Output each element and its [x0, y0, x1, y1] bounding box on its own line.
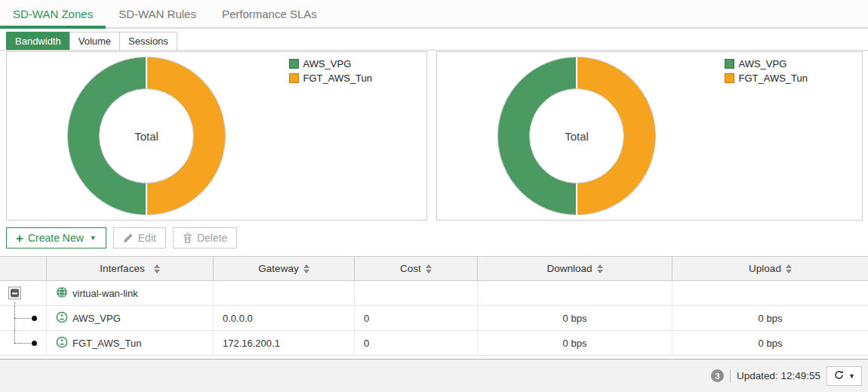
tab-label: SD-WAN Zones — [13, 8, 93, 20]
subtab-volume[interactable]: Volume — [69, 32, 120, 50]
legend-item[interactable]: AWS_VPG — [725, 58, 808, 69]
tab-label: SD-WAN Rules — [119, 8, 196, 20]
bandwidth-chart-panel-left: Total AWS_VPG FGT_AWS_Tun — [6, 51, 427, 221]
table-row-virtual-wan-link[interactable]: virtual-wan-link — [0, 281, 868, 306]
interface-icon — [56, 336, 68, 350]
interface-name: FGT_AWS_Tun — [72, 338, 142, 349]
interface-cell: FGT_AWS_Tun — [47, 331, 214, 355]
interface-icon — [56, 311, 68, 326]
subtab-label: Volume — [78, 35, 111, 47]
collapse-toggle-icon[interactable] — [8, 287, 21, 300]
legend-item[interactable]: FGT_AWS_Tun — [725, 73, 808, 84]
gateway-cell: 0.0.0.0 — [214, 306, 355, 330]
legend-label: AWS_VPG — [738, 58, 786, 69]
download-cell: 0 bps — [478, 306, 673, 330]
status-bar: 3 Updated: 12:49:55 ▼ — [0, 359, 868, 392]
donut-center: Total — [529, 88, 624, 184]
donut-chart: Total — [67, 57, 226, 215]
legend-swatch-green — [725, 59, 734, 69]
tab-sdwan-rules[interactable]: SD-WAN Rules — [106, 0, 209, 27]
tree-line — [14, 331, 15, 343]
donut-center-label: Total — [134, 130, 159, 143]
sort-icon — [786, 264, 792, 273]
legend-swatch-green — [289, 59, 299, 69]
interface-cell: AWS_VPG — [47, 306, 214, 330]
column-label: Upload — [749, 263, 781, 274]
interface-name: virtual-wan-link — [72, 288, 138, 299]
sort-icon — [426, 264, 432, 273]
upload-cell — [673, 281, 868, 305]
refresh-button[interactable]: ▼ — [826, 366, 862, 386]
legend-label: FGT_AWS_Tun — [303, 73, 372, 84]
create-new-button[interactable]: + Create New ▼ — [6, 227, 106, 248]
plus-icon: + — [16, 232, 23, 245]
download-cell: 0 bps — [478, 331, 673, 355]
column-label: Gateway — [258, 263, 298, 274]
column-label: Interfaces — [100, 263, 144, 274]
donut-center: Total — [99, 88, 194, 184]
tab-performance-slas[interactable]: Performance SLAs — [209, 0, 330, 27]
expand-cell — [0, 281, 47, 305]
chevron-down-icon: ▼ — [848, 372, 855, 380]
trash-icon — [183, 233, 192, 243]
edit-label: Edit — [138, 232, 156, 244]
sort-icon — [597, 264, 603, 273]
legend-label: AWS_VPG — [303, 58, 351, 69]
tree-node-dot — [32, 316, 37, 321]
sort-icon — [154, 264, 160, 273]
table-row-fgt-aws-tun[interactable]: FGT_AWS_Tun 172.16.200.1 0 0 bps 0 bps — [0, 331, 868, 356]
subtab-label: Bandwidth — [15, 35, 61, 47]
donut-chart: Total — [497, 57, 656, 215]
create-new-label: Create New — [28, 232, 84, 244]
upload-cell: 0 bps — [673, 331, 868, 355]
column-header-upload[interactable]: Upload — [673, 257, 868, 280]
column-header-cost[interactable]: Cost — [355, 257, 478, 280]
updated-timestamp: Updated: 12:49:55 — [737, 370, 820, 381]
subtab-label: Sessions — [128, 35, 168, 47]
upload-cell: 0 bps — [673, 306, 868, 330]
tab-sdwan-zones[interactable]: SD-WAN Zones — [0, 0, 106, 27]
globe-icon — [56, 286, 68, 301]
column-label: Cost — [400, 263, 421, 274]
gateway-cell: 172.16.200.1 — [214, 331, 355, 355]
interface-name: AWS_VPG — [72, 313, 121, 324]
chart-mode-tabs: Bandwidth Volume Sessions — [0, 32, 868, 51]
legend-swatch-orange — [725, 73, 734, 83]
column-header-interfaces[interactable]: Interfaces — [47, 257, 214, 280]
refresh-icon — [833, 369, 845, 383]
tab-label: Performance SLAs — [222, 8, 317, 20]
column-header-download[interactable]: Download — [478, 257, 673, 280]
top-tab-bar: SD-WAN Zones SD-WAN Rules Performance SL… — [0, 0, 868, 29]
chart-legend: AWS_VPG FGT_AWS_Tun — [289, 58, 372, 84]
column-header-gateway[interactable]: Gateway — [214, 257, 355, 280]
tree-line — [14, 302, 15, 305]
delete-button[interactable]: Delete — [173, 227, 237, 248]
expand-cell — [0, 331, 47, 355]
interfaces-table: Interfaces Gateway Cost Download Upload — [0, 256, 868, 356]
count-badge: 3 — [711, 369, 724, 382]
legend-item[interactable]: FGT_AWS_Tun — [289, 73, 372, 84]
bandwidth-chart-panel-right: Total AWS_VPG FGT_AWS_Tun — [436, 51, 863, 221]
tree-line — [14, 343, 32, 344]
interface-cell: virtual-wan-link — [47, 281, 214, 305]
delete-label: Delete — [197, 232, 227, 244]
legend-item[interactable]: AWS_VPG — [289, 58, 372, 69]
cost-cell: 0 — [355, 331, 478, 355]
cost-cell: 0 — [355, 306, 478, 330]
pencil-icon — [123, 233, 134, 243]
donut-center-label: Total — [565, 130, 589, 143]
table-row-aws-vpg[interactable]: AWS_VPG 0.0.0.0 0 0 bps 0 bps — [0, 306, 868, 331]
gateway-cell — [214, 281, 355, 305]
expand-cell — [0, 306, 47, 330]
column-label: Download — [546, 263, 592, 274]
legend-swatch-orange — [289, 73, 299, 83]
subtab-bandwidth[interactable]: Bandwidth — [6, 32, 70, 50]
sort-icon — [303, 264, 309, 273]
subtab-sessions[interactable]: Sessions — [119, 32, 177, 50]
edit-button[interactable]: Edit — [113, 227, 166, 248]
divider — [730, 369, 731, 383]
table-toolbar: + Create New ▼ Edit Delete — [6, 227, 237, 248]
download-cell — [478, 281, 673, 305]
tree-line — [14, 318, 32, 319]
legend-label: FGT_AWS_Tun — [738, 73, 808, 84]
